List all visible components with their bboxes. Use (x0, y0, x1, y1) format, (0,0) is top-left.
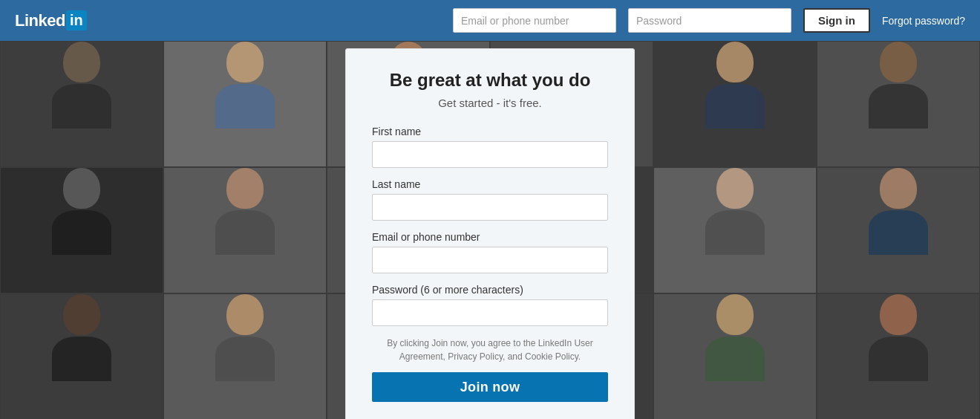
background-grid: Be great at what you do Get started - it… (0, 41, 980, 419)
header-password-input[interactable] (628, 8, 791, 33)
logo-in: in (66, 10, 87, 30)
bg-cell (817, 41, 980, 167)
logo: Linkedin (15, 10, 87, 30)
header: Linkedin Sign in Forgot password? (0, 0, 980, 41)
bg-cell (163, 293, 327, 419)
bg-cell (653, 41, 817, 167)
bg-cell (163, 167, 327, 293)
bg-cell (0, 293, 163, 419)
card-subtitle: Get started - it's free. (372, 97, 608, 109)
password-label: Password (6 or more characters) (372, 284, 608, 296)
first-name-input[interactable] (372, 141, 608, 168)
email-label: Email or phone number (372, 231, 608, 243)
logo-text: Linked (15, 11, 65, 30)
bg-cell (0, 167, 163, 293)
bg-cell (653, 167, 817, 293)
email-input[interactable] (372, 247, 608, 273)
forgot-password-link[interactable]: Forgot password? (882, 15, 965, 27)
join-now-button[interactable]: Join now (372, 372, 608, 402)
last-name-label: Last name (372, 178, 608, 190)
last-name-input[interactable] (372, 194, 608, 221)
signup-card: Be great at what you do Get started - it… (345, 48, 635, 419)
bg-cell (817, 293, 980, 419)
last-name-group: Last name (372, 178, 608, 221)
bg-cell (817, 167, 980, 293)
first-name-group: First name (372, 126, 608, 168)
terms-text: By clicking Join now, you agree to the L… (372, 337, 608, 363)
card-headline: Be great at what you do (372, 70, 608, 91)
bg-cell (0, 41, 163, 167)
bg-cell (653, 293, 817, 419)
first-name-label: First name (372, 126, 608, 137)
signin-button[interactable]: Sign in (803, 8, 870, 33)
header-email-input[interactable] (453, 8, 616, 33)
password-input[interactable] (372, 299, 608, 326)
password-group: Password (6 or more characters) (372, 284, 608, 326)
email-group: Email or phone number (372, 231, 608, 273)
bg-cell (163, 41, 327, 167)
